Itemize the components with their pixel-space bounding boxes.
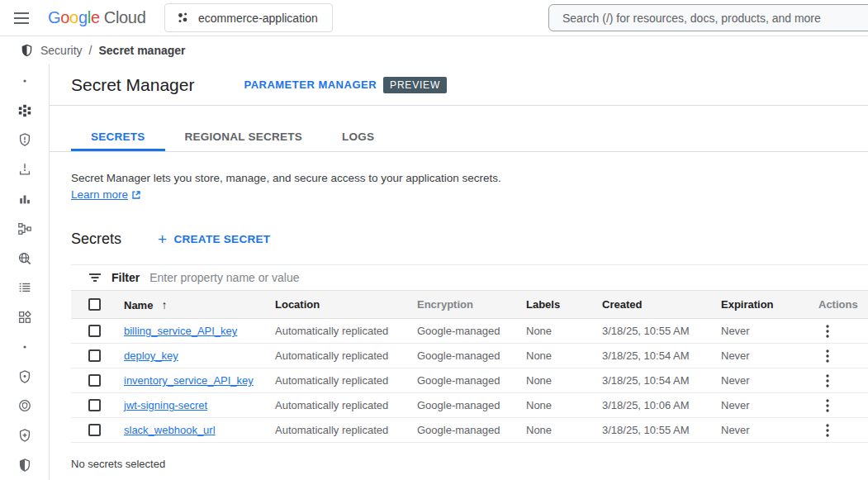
parameter-manager-link[interactable]: PARAMETER MANAGER <box>244 78 377 91</box>
breadcrumb-separator: / <box>89 44 92 57</box>
cell-labels: None <box>526 374 602 387</box>
security-shield-icon <box>20 43 34 58</box>
cell-expiration: Never <box>721 399 813 411</box>
left-nav-rail <box>0 64 50 480</box>
learn-more-label: Learn more <box>71 187 128 203</box>
secret-name-link[interactable]: jwt-signing-secret <box>124 399 207 411</box>
filter-label: Filter <box>111 271 140 284</box>
logo-cloud-text: Cloud <box>104 8 146 27</box>
page-header: Secret Manager PARAMETER MANAGER PREVIEW <box>50 64 868 106</box>
nav-network-topology-icon[interactable] <box>0 214 50 244</box>
row-actions-menu-icon[interactable] <box>817 321 838 342</box>
top-app-bar: Google Cloud ecommerce-application <box>0 0 868 36</box>
logo-letter: o <box>69 8 78 27</box>
row-checkbox[interactable] <box>88 424 101 436</box>
cell-created: 3/18/25, 10:54 AM <box>602 374 721 387</box>
tab-logs[interactable]: LOGS <box>322 122 394 151</box>
row-actions-menu-icon[interactable] <box>817 370 838 392</box>
cell-expiration: Never <box>721 374 813 387</box>
breadcrumb-security[interactable]: Security <box>40 44 83 57</box>
column-header-actions: Actions <box>813 298 868 311</box>
cell-location: Automatically replicated <box>275 325 417 337</box>
cell-encryption: Google-managed <box>417 325 526 337</box>
nav-tray-alert-icon[interactable] <box>0 154 50 184</box>
filter-input[interactable] <box>149 271 868 284</box>
description-text: Secret Manager lets you store, manage, a… <box>71 172 501 184</box>
nav-globe-search-icon[interactable] <box>0 244 50 273</box>
row-checkbox[interactable] <box>88 399 101 411</box>
column-header-name[interactable]: Name↑ <box>124 298 275 311</box>
secret-name-link[interactable]: billing_service_API_key <box>124 325 237 337</box>
nav-dot-icon[interactable] <box>0 66 50 96</box>
cell-expiration: Never <box>721 424 813 436</box>
cell-labels: None <box>526 325 602 337</box>
filter-bar[interactable]: Filter <box>71 264 868 290</box>
table-row: jwt-signing-secret Automatically replica… <box>71 393 868 418</box>
row-actions-menu-icon[interactable] <box>817 345 838 367</box>
learn-more-link[interactable]: Learn more <box>71 187 141 203</box>
google-cloud-logo[interactable]: Google Cloud <box>48 8 146 27</box>
row-checkbox[interactable] <box>88 349 101 362</box>
cell-expiration: Never <box>721 325 813 337</box>
table-row: slack_webhook_url Automatically replicat… <box>71 418 868 443</box>
page-description: Secret Manager lets you store, manage, a… <box>71 170 847 203</box>
cell-created: 3/18/25, 10:55 AM <box>602 424 721 436</box>
secret-name-link[interactable]: slack_webhook_url <box>124 424 216 436</box>
tab-secrets[interactable]: SECRETS <box>71 122 165 151</box>
column-header-location[interactable]: Location <box>275 298 417 311</box>
secrets-table: Filter Name↑ Location Encryption Labels … <box>71 264 868 443</box>
plus-icon: + <box>158 231 167 247</box>
table-row: deploy_key Automatically replicated Goog… <box>71 344 868 368</box>
secret-name-link[interactable]: deploy_key <box>124 349 178 362</box>
column-header-expiration[interactable]: Expiration <box>721 298 813 311</box>
cell-labels: None <box>526 399 602 411</box>
cell-location: Automatically replicated <box>275 349 417 362</box>
logo-letter: G <box>48 8 60 27</box>
nav-compliance-circle-icon[interactable] <box>0 392 50 421</box>
project-selector[interactable]: ecommerce-application <box>164 3 333 32</box>
secret-name-link[interactable]: inventory_service_API_key <box>124 374 254 387</box>
row-checkbox[interactable] <box>88 374 101 387</box>
cell-created: 3/18/25, 10:06 AM <box>602 399 721 411</box>
sort-ascending-icon: ↑ <box>161 298 167 311</box>
create-secret-button[interactable]: + CREATE SECRET <box>158 231 270 247</box>
nav-dot-icon[interactable] <box>0 332 50 362</box>
create-secret-label: CREATE SECRET <box>173 233 270 245</box>
secrets-heading: Secrets <box>71 230 121 248</box>
row-actions-menu-icon[interactable] <box>817 395 838 416</box>
nav-shield-alert-icon[interactable] <box>0 126 50 155</box>
table-row: billing_service_API_key Automatically re… <box>71 319 868 344</box>
row-checkbox[interactable] <box>88 325 101 337</box>
cell-location: Automatically replicated <box>275 374 417 387</box>
page-title: Secret Manager <box>71 75 194 95</box>
tab-regional-secrets[interactable]: REGIONAL SECRETS <box>165 122 323 151</box>
cell-location: Automatically replicated <box>275 424 417 436</box>
nav-shield-plus-icon[interactable] <box>0 421 50 450</box>
search-input[interactable] <box>548 4 868 31</box>
column-header-created[interactable]: Created <box>602 298 721 311</box>
nav-dashboard-blocks-icon[interactable] <box>0 96 50 126</box>
cell-encryption: Google-managed <box>417 399 526 411</box>
preview-badge: PREVIEW <box>383 77 447 93</box>
nav-grid-diamond-icon[interactable] <box>0 302 50 332</box>
cell-created: 3/18/25, 10:55 AM <box>602 325 721 337</box>
nav-bar-chart-icon[interactable] <box>0 184 50 214</box>
row-actions-menu-icon[interactable] <box>817 420 838 441</box>
cell-labels: None <box>526 349 602 362</box>
project-icon <box>175 11 190 26</box>
cell-location: Automatically replicated <box>275 399 417 411</box>
menu-hamburger-icon[interactable] <box>0 0 43 36</box>
nav-shield-check-icon[interactable] <box>0 362 50 392</box>
table-row: inventory_service_API_key Automatically … <box>71 368 868 393</box>
nav-shield-half-icon[interactable] <box>0 450 50 480</box>
logo-letter: e <box>91 8 100 27</box>
column-header-labels[interactable]: Labels <box>526 298 602 311</box>
filter-icon <box>88 273 102 283</box>
external-link-icon <box>131 190 141 200</box>
cell-encryption: Google-managed <box>417 349 526 362</box>
column-name-label: Name <box>124 299 153 311</box>
nav-list-icon[interactable] <box>0 273 50 302</box>
select-all-checkbox[interactable] <box>88 298 101 311</box>
cell-labels: None <box>526 424 602 436</box>
cell-encryption: Google-managed <box>417 424 526 436</box>
